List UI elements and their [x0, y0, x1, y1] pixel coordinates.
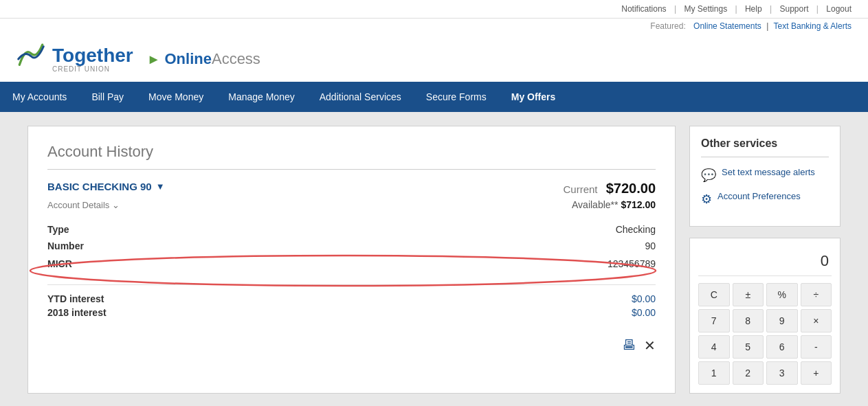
number-value: 90 [185, 238, 656, 254]
nav-additional-services[interactable]: Additional Services [307, 82, 414, 112]
available-balance-amount: $712.00 [621, 199, 656, 210]
my-settings-link[interactable]: My Settings [684, 4, 727, 14]
dropdown-arrow-icon: ▼ [156, 181, 165, 192]
top-utility-bar: Notifications | My Settings | Help | Sup… [0, 0, 868, 19]
available-balance: Available** $712.00 [572, 199, 656, 210]
account-name-text: BASIC CHECKING 90 [47, 181, 152, 192]
calc-btn-divide[interactable]: ÷ [801, 283, 832, 306]
arrow-icon: ► [147, 52, 161, 67]
account-name-row: BASIC CHECKING 90 ▼ Current $720.00 [47, 181, 656, 196]
text-banking-link[interactable]: Text Banking & Alerts [774, 21, 852, 31]
available-balance-label: Available** [572, 199, 618, 210]
calc-btn-6[interactable]: 6 [766, 335, 798, 359]
micr-value: 123456789 [185, 254, 656, 273]
nav-my-offers[interactable]: My Offers [499, 82, 568, 112]
other-services-title: Other services [701, 137, 829, 157]
featured-label: Featured: [650, 21, 685, 31]
calc-btn-multiply[interactable]: × [801, 309, 832, 332]
other-services-box: Other services 💬 Set text message alerts… [689, 126, 841, 227]
calc-grid: C ± % ÷ 7 8 9 × 4 5 6 - 1 2 3 + [698, 283, 832, 385]
calc-btn-percent[interactable]: % [766, 283, 798, 306]
panel-title: Account History [47, 143, 656, 170]
calc-btn-4[interactable]: 4 [698, 335, 730, 359]
nav-move-money[interactable]: Move Money [136, 82, 216, 112]
header-logo: Together CREDIT UNION ► OnlineAccess [0, 35, 868, 82]
type-label: Type [47, 221, 185, 238]
calc-btn-2[interactable]: 2 [733, 361, 764, 385]
help-link[interactable]: Help [745, 4, 762, 14]
calc-btn-8[interactable]: 8 [733, 309, 764, 332]
number-row: Number 90 [47, 238, 656, 254]
online-statements-link[interactable]: Online Statements [693, 21, 761, 31]
account-prefs-link[interactable]: Account Preferences [717, 191, 801, 201]
logo-together: Together CREDIT UNION [14, 42, 133, 76]
number-label: Number [47, 238, 185, 254]
support-link[interactable]: Support [779, 4, 808, 14]
calc-btn-plusminus[interactable]: ± [733, 283, 764, 306]
calc-btn-7[interactable]: 7 [698, 309, 730, 332]
gear-icon: ⚙ [701, 192, 712, 207]
calc-btn-subtract[interactable]: - [801, 335, 832, 359]
print-icon[interactable]: 🖶 [622, 337, 636, 354]
main-content: Account History BASIC CHECKING 90 ▼ Curr… [0, 112, 868, 406]
logout-link[interactable]: Logout [826, 4, 852, 14]
logo-text-together: Together [52, 46, 133, 65]
right-panel: Other services 💬 Set text message alerts… [689, 126, 841, 394]
interest-section: YTD interest $0.00 2018 interest $0.00 [47, 284, 656, 319]
nav-my-accounts[interactable]: My Accounts [0, 82, 79, 112]
set-alerts-link[interactable]: Set text message alerts [722, 167, 815, 177]
account-history-panel: Account History BASIC CHECKING 90 ▼ Curr… [27, 126, 676, 394]
type-row: Type Checking [47, 221, 656, 238]
account-name-dropdown[interactable]: BASIC CHECKING 90 ▼ [47, 181, 165, 192]
ytd-row: YTD interest $0.00 [47, 292, 656, 306]
account-prefs-item[interactable]: ⚙ Account Preferences [701, 191, 829, 207]
notifications-link[interactable]: Notifications [621, 4, 666, 14]
account-details-row: Account Details ⌄ Available** $712.00 [47, 199, 656, 210]
nav-manage-money[interactable]: Manage Money [216, 82, 307, 112]
ytd-label: YTD interest [47, 293, 104, 304]
account-details-link[interactable]: Account Details ⌄ [47, 200, 120, 210]
set-alerts-item[interactable]: 💬 Set text message alerts [701, 167, 829, 183]
details-section: Type Checking Number 90 MICR 123456789 [47, 221, 656, 273]
interest2018-value: $0.00 [632, 307, 656, 318]
close-icon[interactable]: ✕ [644, 337, 656, 354]
current-balance-amount: $720.00 [606, 181, 656, 196]
calc-btn-add[interactable]: + [801, 361, 832, 385]
calc-btn-3[interactable]: 3 [766, 361, 798, 385]
online-access-section: ► OnlineAccess [147, 50, 260, 68]
featured-bar: Featured: Online Statements | Text Banki… [0, 19, 868, 35]
details-table: Type Checking Number 90 MICR 123456789 [47, 221, 656, 273]
online-text: Online [165, 50, 212, 67]
action-icons-row: 🖶 ✕ [47, 330, 656, 354]
chat-icon: 💬 [701, 168, 716, 183]
micr-row: MICR 123456789 [47, 254, 656, 273]
interest2018-label: 2018 interest [47, 307, 107, 318]
calculator-box: 0 C ± % ÷ 7 8 9 × 4 5 6 - 1 2 3 [689, 238, 841, 394]
calc-btn-clear[interactable]: C [698, 283, 730, 306]
account-details-chevron: ⌄ [112, 200, 120, 210]
calc-display: 0 [698, 247, 832, 276]
access-text: Access [212, 50, 260, 67]
nav-bar: My Accounts Bill Pay Move Money Manage M… [0, 82, 868, 112]
interest2018-row: 2018 interest $0.00 [47, 306, 656, 319]
current-balance: Current $720.00 [564, 181, 656, 196]
logo-icon [14, 42, 48, 76]
account-details-text: Account Details [47, 200, 109, 210]
logo-text-cu: CREDIT UNION [52, 65, 133, 73]
type-value: Checking [185, 221, 656, 238]
nav-secure-forms[interactable]: Secure Forms [414, 82, 499, 112]
current-balance-label: Current [564, 183, 598, 195]
calc-btn-5[interactable]: 5 [733, 335, 764, 359]
ytd-value: $0.00 [632, 293, 656, 304]
calc-btn-9[interactable]: 9 [766, 309, 798, 332]
calc-btn-1[interactable]: 1 [698, 361, 730, 385]
micr-label: MICR [47, 254, 185, 273]
nav-bill-pay[interactable]: Bill Pay [79, 82, 136, 112]
